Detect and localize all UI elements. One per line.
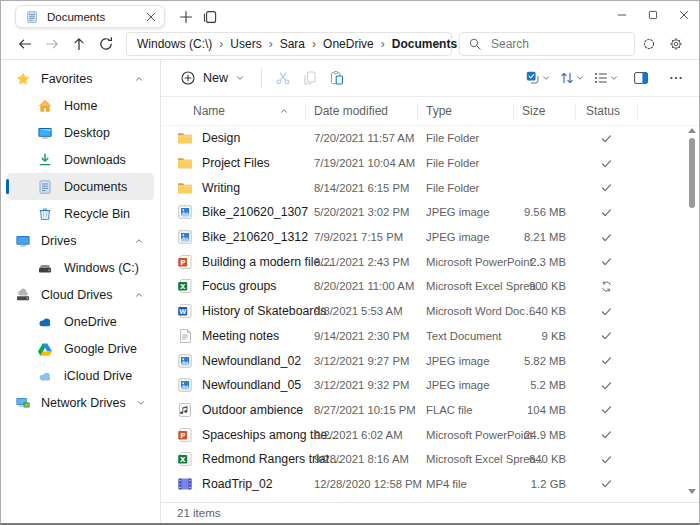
breadcrumb-item[interactable]: Documents	[392, 37, 457, 51]
new-tab-button[interactable]	[174, 5, 198, 29]
downloads-icon	[37, 152, 53, 168]
back-arrow-icon	[17, 36, 33, 52]
column-header-status[interactable]: Status	[575, 97, 637, 125]
copy-button[interactable]	[296, 65, 323, 92]
close-button[interactable]	[668, 1, 699, 29]
breadcrumb-item[interactable]: OneDrive	[323, 37, 374, 51]
file-row[interactable]: Design7/20/2021 11:57 AMFile Folder	[161, 126, 686, 151]
file-type: JPEG image	[417, 379, 513, 391]
file-type: MP4 file	[417, 478, 513, 490]
address-bar[interactable]: Windows (C:\)›Users›Sara›OneDrive›Docume…	[126, 32, 452, 56]
chevron-down-icon[interactable]	[136, 398, 146, 408]
up-arrow-icon	[71, 36, 87, 52]
file-row[interactable]: Bike_210620_13127/9/2021 7:15 PMJPEG ima…	[161, 225, 686, 250]
file-row[interactable]: Project Files7/19/2021 10:04 AMFile Fold…	[161, 151, 686, 176]
address-dropdown-chevron-icon[interactable]	[433, 39, 443, 49]
sidebar-section-cloud-drives[interactable]: Cloud Drives	[7, 281, 154, 308]
sync-status-button[interactable]	[635, 31, 662, 57]
sidebar-item-icloud-drive[interactable]: iCloud Drive	[7, 362, 154, 389]
file-date-modified: 3/12/2021 9:32 PM	[305, 379, 417, 391]
file-row[interactable]: Bike_210620_13075/20/2021 3:02 PMJPEG im…	[161, 200, 686, 225]
navigation-bar: Windows (C:\)›Users›Sara›OneDrive›Docume…	[1, 29, 699, 60]
file-name-cell: Writing	[161, 180, 305, 196]
search-input[interactable]	[489, 36, 626, 52]
file-date-modified: 7/9/2021 7:15 PM	[305, 231, 417, 243]
sidebar-section-drives[interactable]: Drives	[7, 227, 154, 254]
minimize-button[interactable]	[606, 1, 637, 29]
scroll-up-arrow[interactable]	[688, 128, 696, 133]
monitor-icon	[15, 233, 31, 249]
file-row[interactable]: Writing8/14/2021 6:15 PMFile Folder	[161, 175, 686, 200]
scroll-down-arrow[interactable]	[688, 489, 696, 494]
maximize-button[interactable]	[637, 1, 668, 29]
sort-menu-button[interactable]	[559, 70, 585, 86]
refresh-button[interactable]	[92, 31, 119, 57]
settings-button[interactable]	[662, 31, 689, 57]
scrollbar-thumb[interactable]	[689, 138, 695, 208]
file-status-cell	[575, 206, 637, 219]
file-row[interactable]: XFocus groups8/20/2021 11:00 AMMicrosoft…	[161, 274, 686, 299]
file-row[interactable]: Running Raleigh7/28/2021 4:49 PMMicrosof…	[161, 496, 686, 502]
sidebar-item-desktop[interactable]: Desktop	[7, 119, 154, 146]
sidebar-item-onedrive[interactable]: OneDrive	[7, 308, 154, 335]
sidebar-section-network-drives[interactable]: Network Drives	[7, 389, 154, 416]
search-box[interactable]	[459, 32, 635, 56]
file-row[interactable]: RoadTrip_0212/28/2020 12:58 PMMP4 file1.…	[161, 472, 686, 497]
column-header-type[interactable]: Type	[417, 97, 513, 125]
sidebar-item-home[interactable]: Home	[7, 92, 154, 119]
file-row[interactable]: PSpaceships among the…9/2/2021 6:02 AMMi…	[161, 422, 686, 447]
column-label: Date modified	[314, 104, 388, 118]
excel-file-icon: X	[177, 278, 193, 294]
new-button[interactable]: New	[171, 64, 254, 92]
file-row[interactable]: WHistory of Skateboards9/8/2021 5:53 AMM…	[161, 299, 686, 324]
svg-text:X: X	[180, 456, 186, 464]
column-header-size[interactable]: Size	[513, 97, 575, 125]
sidebar-item-google-drive[interactable]: Google Drive	[7, 335, 154, 362]
sidebar-item-downloads[interactable]: Downloads	[7, 146, 154, 173]
tab-documents[interactable]: Documents	[15, 5, 165, 28]
file-row[interactable]: Newfoundland_053/12/2021 9:32 PMJPEG ima…	[161, 373, 686, 398]
tab-close-icon[interactable]	[145, 11, 157, 23]
breadcrumb: Windows (C:\)›Users›Sara›OneDrive›Docume…	[137, 37, 433, 51]
details-pane-button[interactable]	[627, 65, 654, 92]
column-header-date-modified[interactable]: Date modified	[305, 97, 417, 125]
pdf-file-icon	[177, 501, 193, 502]
chevron-up-icon[interactable]	[134, 236, 144, 246]
paste-button[interactable]	[323, 65, 350, 92]
breadcrumb-item[interactable]: Users	[230, 37, 261, 51]
column-header-name[interactable]: Name	[161, 97, 305, 125]
back-button[interactable]	[11, 31, 38, 57]
star-icon	[15, 71, 31, 87]
sidebar-section-favorites[interactable]: Favorites	[7, 65, 154, 92]
chevron-up-icon[interactable]	[134, 290, 144, 300]
chevron-up-icon[interactable]	[134, 74, 144, 84]
file-row[interactable]: Newfoundland_023/12/2021 9:27 PMJPEG ima…	[161, 348, 686, 373]
file-row[interactable]: XRedmond Rangers triat…9/28/2021 8:16 AM…	[161, 447, 686, 472]
cut-button[interactable]	[269, 65, 296, 92]
sidebar-item-label: Downloads	[64, 153, 126, 167]
file-row[interactable]: Meeting notes9/14/2021 2:30 PMText Docum…	[161, 324, 686, 349]
breadcrumb-item[interactable]: Windows (C:\)	[137, 37, 212, 51]
up-button[interactable]	[65, 31, 92, 57]
file-status-cell	[575, 255, 637, 268]
file-type: FLAC file	[417, 404, 513, 416]
file-type: Microsoft PowerPoint…	[417, 429, 513, 441]
file-row[interactable]: Outdoor ambience8/27/2021 10:15 PMFLAC f…	[161, 398, 686, 423]
view-menu-button[interactable]	[593, 70, 619, 86]
tab-overview-button[interactable]	[198, 5, 222, 29]
sidebar-item-recycle-bin[interactable]: Recycle Bin	[7, 200, 154, 227]
file-name: Writing	[202, 181, 240, 195]
vertical-scrollbar[interactable]	[686, 128, 698, 494]
breadcrumb-item[interactable]: Sara	[280, 37, 305, 51]
file-row[interactable]: PBuilding a modern file…6/21/2021 2:43 P…	[161, 249, 686, 274]
synced-check-icon	[600, 157, 613, 170]
file-name-cell: PSpaceships among the…	[161, 427, 305, 443]
file-date-modified: 12/28/2020 12:58 PM	[305, 478, 417, 490]
more-options-button[interactable]	[662, 65, 689, 92]
sidebar-item-documents[interactable]: Documents	[7, 173, 154, 200]
select-menu-button[interactable]	[525, 70, 551, 86]
file-date-modified: 3/12/2021 9:27 PM	[305, 355, 417, 367]
forward-button[interactable]	[38, 31, 65, 57]
sidebar-item-windows-c[interactable]: Windows (C:)	[7, 254, 154, 281]
recycle-bin-icon	[37, 206, 53, 222]
